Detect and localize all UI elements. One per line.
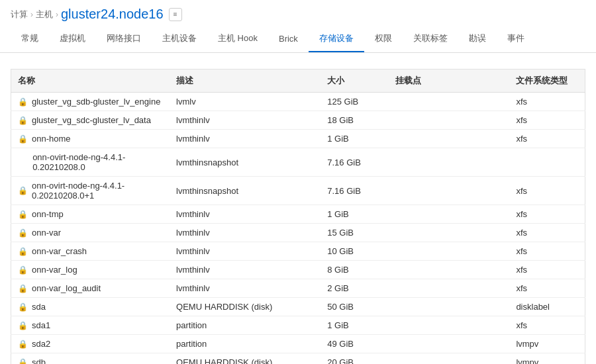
cell-desc: lvmthinlv: [170, 279, 321, 298]
cell-fstype: xfs: [509, 177, 585, 205]
table-row[interactable]: 🔒onn-var_loglvmthinlv8 GiBxfs: [11, 261, 585, 279]
table-row[interactable]: 🔒sda1partition1 GiBxfs: [11, 316, 585, 335]
table-row[interactable]: 🔒onn-varlvmthinlv15 GiBxfs: [11, 224, 585, 242]
cell-name: 🔒sda1: [11, 316, 170, 335]
tab-brick[interactable]: Brick: [268, 27, 309, 52]
cell-mount: [389, 298, 510, 316]
cell-desc: lvmthinlv: [170, 130, 321, 148]
tab-general[interactable]: 常规: [11, 26, 49, 52]
tab-events[interactable]: 事件: [497, 26, 535, 52]
table-row[interactable]: 🔒onn-ovirt-node-ng-4.4.1-0.20210208.0+1l…: [11, 177, 585, 205]
cell-size: 125 GiB: [321, 93, 389, 111]
cell-size: 7.16 GiB: [321, 148, 389, 177]
breadcrumb-sep-2: ›: [56, 10, 58, 19]
lock-icon: 🔒: [18, 358, 28, 365]
cell-size: 20 GiB: [321, 353, 389, 365]
cell-name-text: onn-var_log: [32, 265, 77, 275]
breadcrumb-compute[interactable]: 计算: [11, 9, 28, 21]
lock-icon: 🔒: [18, 284, 28, 293]
cell-fstype: xfs: [509, 279, 585, 298]
tab-network[interactable]: 网络接口: [96, 26, 152, 52]
table-row[interactable]: 🔒onn-var_log_auditlvmthinlv2 GiBxfs: [11, 279, 585, 298]
cell-desc: lvmlv: [170, 93, 321, 111]
cell-size: 10 GiB: [321, 242, 389, 261]
cell-fstype: disklabel: [509, 298, 585, 316]
lock-icon: 🔒: [18, 228, 28, 238]
table-row[interactable]: 🔒onn-tmplvmthinlv1 GiBxfs: [11, 205, 585, 224]
cell-size: 7.16 GiB: [321, 177, 389, 205]
cell-mount: [389, 316, 510, 335]
cell-fstype: lvmpv: [509, 353, 585, 365]
cell-mount: [389, 148, 510, 177]
breadcrumb-menu-icon[interactable]: ≡: [169, 8, 182, 21]
cell-name: 🔒onn-home: [11, 130, 170, 148]
table-header-row: 名称 描述 大小 挂载点 文件系统类型: [11, 69, 585, 93]
breadcrumb-sep-1: ›: [30, 10, 33, 19]
cell-desc: lvmthinlv: [170, 242, 321, 261]
breadcrumb-host[interactable]: 主机: [36, 9, 53, 21]
cell-name-text: onn-var_crash: [32, 246, 87, 256]
cell-name-text: sda: [32, 302, 46, 312]
cell-mount: [389, 279, 510, 298]
cell-name-text: gluster_vg_sdb-gluster_lv_engine: [32, 97, 160, 107]
cell-name-text: onn-home: [32, 134, 71, 144]
tab-hosthook[interactable]: 主机 Hook: [207, 26, 268, 52]
table-row[interactable]: 🔒gluster_vg_sdc-gluster_lv_datalvmthinlv…: [11, 111, 585, 130]
cell-desc: QEMU HARDDISK (disk): [170, 353, 321, 365]
tab-errata[interactable]: 勘误: [458, 26, 497, 52]
cell-name: 🔒sdb: [11, 353, 170, 365]
cell-mount: [389, 261, 510, 279]
cell-desc: partition: [170, 335, 321, 353]
cell-size: 1 GiB: [321, 316, 389, 335]
table-row[interactable]: 🔒sdaQEMU HARDDISK (disk)50 GiBdisklabel: [11, 298, 585, 316]
cell-size: 15 GiB: [321, 224, 389, 242]
cell-name-text: gluster_vg_sdc-gluster_lv_data: [32, 115, 151, 125]
lock-icon: 🔒: [18, 321, 28, 330]
table-row[interactable]: 🔒onn-var_crashlvmthinlv10 GiBxfs: [11, 242, 585, 261]
cell-desc: lvmthinlv: [170, 224, 321, 242]
cell-size: 1 GiB: [321, 205, 389, 224]
breadcrumb: 计算 › 主机 › gluster24.node16 ≡: [0, 0, 596, 26]
cell-name-text: onn-var: [32, 228, 61, 238]
cell-size: 2 GiB: [321, 279, 389, 298]
cell-mount: [389, 353, 510, 365]
cell-name: 🔒sda2: [11, 335, 170, 353]
breadcrumb-current: gluster24.node16: [61, 7, 164, 22]
tab-hostdev[interactable]: 主机设备: [152, 26, 207, 52]
cell-mount: [389, 224, 510, 242]
table-row[interactable]: onn-ovirt-node-ng-4.4.1-0.20210208.0lvmt…: [11, 148, 585, 177]
cell-mount: [389, 205, 510, 224]
table-row[interactable]: 🔒onn-homelvmthinlv1 GiBxfs: [11, 130, 585, 148]
table-row[interactable]: 🔒sda2partition49 GiBlvmpv: [11, 335, 585, 353]
tab-tags[interactable]: 关联标签: [403, 26, 458, 52]
cell-fstype: xfs: [509, 242, 585, 261]
cell-name: 🔒onn-var_log_audit: [11, 279, 170, 298]
cell-fstype: xfs: [509, 224, 585, 242]
tab-perm[interactable]: 权限: [364, 26, 403, 52]
cell-fstype: xfs: [509, 93, 585, 111]
cell-fstype: xfs: [509, 316, 585, 335]
tab-storage[interactable]: 存储设备: [309, 26, 364, 52]
cell-size: 49 GiB: [321, 335, 389, 353]
lock-icon: 🔒: [18, 210, 28, 219]
cell-fstype: xfs: [509, 111, 585, 130]
lock-icon: 🔒: [18, 247, 28, 256]
cell-desc: lvmthinlv: [170, 261, 321, 279]
table-row[interactable]: 🔒sdbQEMU HARDDISK (disk)20 GiBlvmpv: [11, 353, 585, 365]
table-row[interactable]: 🔒gluster_vg_sdb-gluster_lv_enginelvmlv12…: [11, 93, 585, 111]
cell-size: 1 GiB: [321, 130, 389, 148]
cell-name: 🔒sda: [11, 298, 170, 316]
cell-fstype: [509, 148, 585, 177]
cell-fstype: xfs: [509, 261, 585, 279]
tab-bar: 常规 虚拟机 网络接口 主机设备 主机 Hook Brick 存储设备 权限 关…: [0, 26, 596, 53]
cell-mount: [389, 93, 510, 111]
cell-name: 🔒onn-var: [11, 224, 170, 242]
cell-mount: [389, 130, 510, 148]
cell-fstype: xfs: [509, 130, 585, 148]
lock-icon: 🔒: [18, 116, 28, 125]
cell-mount: [389, 111, 510, 130]
tab-vm[interactable]: 虚拟机: [49, 26, 96, 52]
lock-icon: 🔒: [18, 134, 28, 144]
cell-desc: lvmthinlv: [170, 111, 321, 130]
cell-desc: lvmthinsnapshot: [170, 148, 321, 177]
